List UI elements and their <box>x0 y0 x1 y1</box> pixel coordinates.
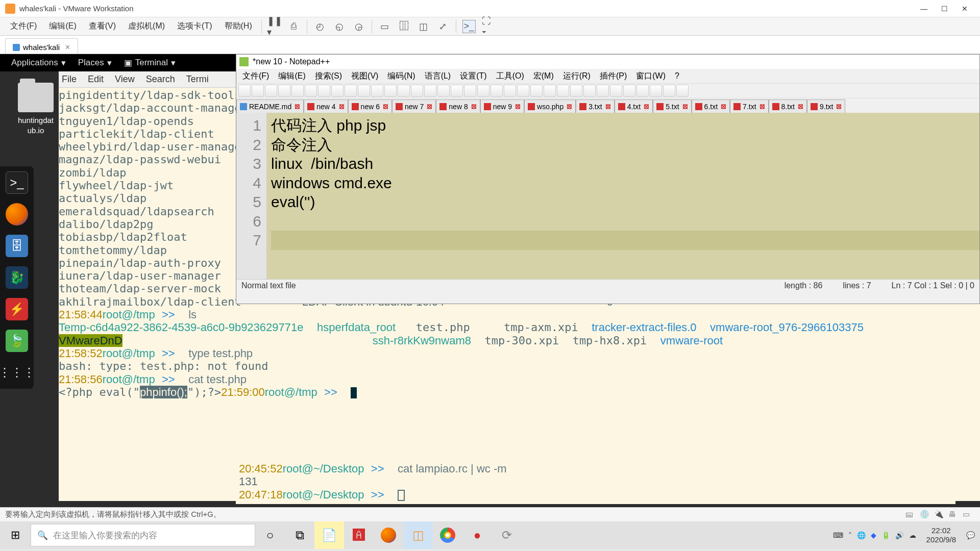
tab-close-icon[interactable]: ⊠ <box>383 103 388 110</box>
npp-menu-view[interactable]: 视图(V) <box>347 70 382 83</box>
term-menu-search[interactable]: Search <box>146 74 175 85</box>
npp-menu-search[interactable]: 搜索(S) <box>311 70 346 83</box>
tray-globe-icon[interactable]: 🌐 <box>857 531 866 539</box>
dock-leaf-icon[interactable]: 🍃 <box>6 330 28 352</box>
fullscreen-exit-icon[interactable]: ⤢ <box>436 20 450 33</box>
taskbar-clock[interactable]: 22:02 2020/9/8 <box>921 526 961 544</box>
npp-toolbar-button[interactable] <box>358 85 370 97</box>
npp-toolbar-button[interactable] <box>597 85 609 97</box>
dock-files-icon[interactable]: 🗄 <box>6 235 28 257</box>
npp-tab[interactable]: 3.txt⊠ <box>576 99 614 113</box>
notepadpp-window[interactable]: *new 10 - Notepad++ 文件(F) 编辑(E) 搜索(S) 视图… <box>236 54 980 304</box>
npp-menu-edit[interactable]: 编辑(E) <box>274 70 309 83</box>
vm-device-icon[interactable]: 🖴 <box>905 510 916 520</box>
npp-toolbar-button[interactable] <box>278 85 290 97</box>
tray-chevron-icon[interactable]: ˄ <box>848 531 852 539</box>
tab-close-icon[interactable]: ⊠ <box>605 103 611 110</box>
snapshot-manage-icon[interactable]: ◶ <box>352 20 365 33</box>
npp-toolbar-button[interactable] <box>451 85 463 97</box>
tab-close-icon[interactable]: ⊠ <box>721 103 726 110</box>
npp-toolbar-button[interactable] <box>663 85 675 97</box>
desktop-folder-huntingdat[interactable]: huntingdat ub.io <box>10 83 61 135</box>
pause-vm-button[interactable]: ❚❚ ▾ <box>268 20 281 33</box>
view-single-icon[interactable]: ▭ <box>378 20 391 33</box>
tab-close-icon[interactable]: ⊠ <box>836 103 842 110</box>
taskbar-vmware-icon[interactable]: ◫ <box>403 521 433 549</box>
tray-cloud-icon[interactable]: ☁ <box>909 531 916 539</box>
npp-toolbar-button[interactable] <box>530 85 543 97</box>
stretch-icon[interactable]: ⛶ ▾ <box>482 20 495 33</box>
menu-view[interactable]: 查看(V) <box>83 19 122 34</box>
npp-toolbar-button[interactable] <box>557 85 569 97</box>
npp-tab[interactable]: 5.txt⊠ <box>653 99 691 113</box>
vm-device-icon[interactable]: 🔌 <box>934 510 944 520</box>
dock-terminal-icon[interactable]: >_ <box>6 171 28 194</box>
tray-app-icon[interactable]: ◆ <box>871 531 876 539</box>
tab-close-icon[interactable]: ⊠ <box>798 103 803 110</box>
console-icon[interactable]: >_ <box>462 20 476 33</box>
npp-toolbar-button[interactable] <box>491 85 503 97</box>
taskbar-record-icon[interactable]: ● <box>462 521 492 549</box>
npp-toolbar-button[interactable] <box>265 85 277 97</box>
npp-toolbar-button[interactable] <box>504 85 516 97</box>
npp-toolbar-button[interactable] <box>384 85 397 97</box>
npp-menu-help[interactable]: ? <box>671 70 683 82</box>
tab-close-icon[interactable]: ⊠ <box>682 103 688 110</box>
tray-volume-icon[interactable]: 🔊 <box>895 531 904 539</box>
npp-toolbar-button[interactable] <box>610 85 622 97</box>
term-menu-view[interactable]: View <box>115 74 135 85</box>
npp-toolbar-button[interactable] <box>570 85 582 97</box>
notification-icon[interactable]: 💬 <box>966 531 975 539</box>
close-button[interactable]: ✕ <box>954 1 975 16</box>
tab-close-icon[interactable]: ⊠ <box>567 103 572 110</box>
npp-toolbar-button[interactable] <box>398 85 410 97</box>
tab-close-icon[interactable]: ⊠ <box>295 103 300 110</box>
npp-toolbar-button[interactable] <box>650 85 662 97</box>
npp-menu-file[interactable]: 文件(F) <box>238 70 273 83</box>
minimize-button[interactable]: — <box>914 1 934 16</box>
npp-tab[interactable]: wso.php⊠ <box>524 99 576 113</box>
npp-tab[interactable]: 4.txt⊠ <box>615 99 653 113</box>
npp-toolbar-button[interactable] <box>464 85 476 97</box>
menu-help[interactable]: 帮助(H) <box>218 19 258 34</box>
npp-toolbar-button[interactable] <box>305 85 317 97</box>
npp-tab[interactable]: new 7⊠ <box>392 99 436 113</box>
tab-close-icon[interactable]: ⊠ <box>644 103 649 110</box>
tray-battery-icon[interactable]: 🔋 <box>881 531 890 539</box>
npp-menu-settings[interactable]: 设置(T) <box>456 70 491 83</box>
menu-tabs[interactable]: 选项卡(T) <box>171 19 218 34</box>
cortana-icon[interactable]: ○ <box>255 521 285 549</box>
applications-menu[interactable]: Applications ▾ <box>5 58 72 68</box>
vm-snapshot-button[interactable]: ⎙ <box>287 20 301 33</box>
tab-close-icon[interactable]: ⊠ <box>515 103 521 110</box>
vm-tab-whaleskali[interactable]: whales'kali ✕ <box>5 38 78 54</box>
npp-toolbar-button[interactable] <box>437 85 450 97</box>
npp-tab[interactable]: new 6⊠ <box>348 99 392 113</box>
vm-screen[interactable]: Applications ▾ Places ▾ ▣ Terminal ▾ Tue… <box>0 54 980 507</box>
snapshot-revert-icon[interactable]: ◵ <box>333 20 346 33</box>
npp-toolbar-button[interactable] <box>623 85 635 97</box>
taskview-icon[interactable]: ⧉ <box>285 521 314 549</box>
menu-edit[interactable]: 编辑(E) <box>43 19 82 34</box>
npp-editor[interactable]: 1234567 代码注入 php jsp 命令注入 linux /bin/bas… <box>236 113 979 279</box>
vm-device-icon[interactable]: 💿 <box>920 510 930 520</box>
npp-toolbar-button[interactable] <box>371 85 383 97</box>
term-menu-edit[interactable]: Edit <box>88 74 104 85</box>
view-multi-icon[interactable]: ⿲ <box>398 20 411 33</box>
dock-kali-icon[interactable]: 🐉 <box>6 266 28 289</box>
lower-terminal-window[interactable]: 20:45:52root@~/Desktop >> cat lampiao.rc… <box>236 461 955 504</box>
npp-text-area[interactable]: 代码注入 php jsp 命令注入 linux /bin/bash window… <box>267 113 979 279</box>
npp-tab[interactable]: 6.txt⊠ <box>692 99 730 113</box>
dock-app-icon[interactable]: ⚡ <box>6 298 28 320</box>
menu-file[interactable]: 文件(F) <box>4 19 43 34</box>
taskbar-sync-icon[interactable]: ⟳ <box>492 521 522 549</box>
terminal-app-button[interactable]: ▣ Terminal ▾ <box>118 58 182 68</box>
keyboard-layout-icon[interactable]: ⌨ <box>833 531 843 539</box>
unity-icon[interactable]: ◫ <box>417 20 430 33</box>
npp-toolbar-button[interactable] <box>411 85 423 97</box>
npp-toolbar-button[interactable] <box>583 85 596 97</box>
npp-toolbar-button[interactable] <box>345 85 357 97</box>
npp-menu-plugins[interactable]: 插件(P) <box>596 70 631 83</box>
snapshot-take-icon[interactable]: ◴ <box>313 20 327 33</box>
dock-firefox-icon[interactable] <box>6 203 28 226</box>
